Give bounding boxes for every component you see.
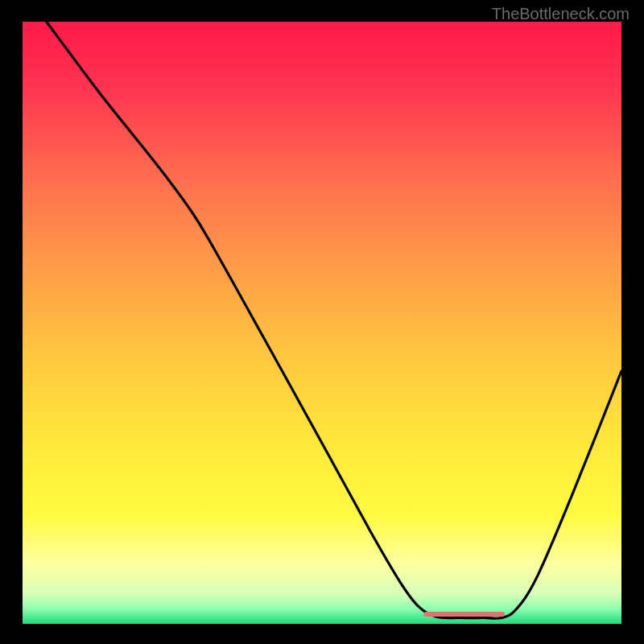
chart-background	[23, 22, 621, 624]
chart-svg	[23, 22, 621, 624]
chart-container	[23, 22, 621, 624]
watermark-text: TheBottleneck.com	[492, 5, 630, 23]
marker-band	[423, 612, 504, 617]
